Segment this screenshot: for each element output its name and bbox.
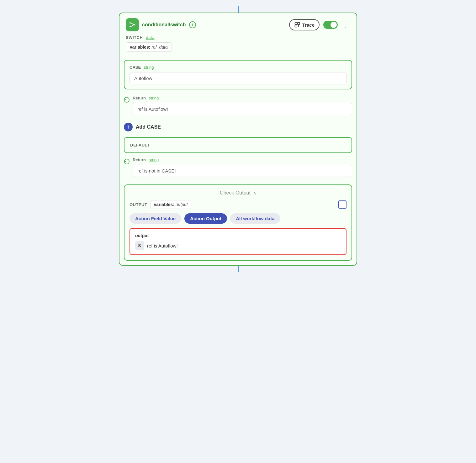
connector-line-top	[238, 6, 239, 13]
check-output-header: Check Output ∧	[130, 190, 346, 196]
return-default-type-tag: string	[149, 157, 159, 162]
check-output-section: Check Output ∧ OUTPUT variables: output …	[124, 184, 352, 261]
return-case-row: Return string	[119, 93, 357, 118]
return-default-content: Return string	[133, 157, 352, 177]
case-block: CASE string	[124, 60, 352, 89]
add-case-row[interactable]: + Add CASE	[119, 118, 357, 136]
switch-var-value: ref_data	[151, 45, 167, 50]
output-var-value: output	[176, 202, 188, 207]
return-case-content: Return string	[133, 96, 352, 115]
svg-line-4	[131, 25, 134, 27]
toggle-switch[interactable]	[323, 21, 338, 29]
return-case-label: Return string	[133, 96, 352, 100]
svg-point-2	[134, 24, 135, 25]
case-value-input[interactable]	[130, 72, 346, 84]
s-badge: S	[135, 241, 144, 250]
default-block: DEFAULT	[124, 137, 352, 153]
output-row: OUTPUT variables: output	[130, 200, 346, 209]
app-icon	[126, 18, 139, 31]
tab-action-field-value[interactable]: Action Field Value	[130, 213, 181, 224]
return-case-input[interactable]	[133, 103, 352, 115]
svg-line-3	[131, 23, 134, 25]
output-value-text: ref is Autoflow!	[147, 243, 178, 248]
return-case-connector	[124, 97, 130, 103]
svg-point-1	[130, 26, 131, 27]
check-output-title: Check Output	[220, 190, 251, 196]
card-header: conditional/switch i Trace ⋮	[119, 13, 357, 35]
tab-buttons: Action Field Value Action Output All wor…	[130, 213, 346, 224]
tab-action-output[interactable]: Action Output	[184, 213, 227, 224]
output-result-area: output S ref is Autoflow!	[130, 228, 346, 255]
return-case-type-tag: string	[149, 96, 159, 100]
svg-rect-6	[298, 23, 300, 25]
trace-button[interactable]: Trace	[289, 19, 320, 30]
svg-rect-7	[295, 25, 297, 27]
output-var-label: variables:	[154, 202, 174, 207]
case-type-tag: string	[144, 65, 154, 70]
switch-var-label: variables:	[130, 45, 150, 50]
output-value-row: S ref is Autoflow!	[135, 241, 341, 250]
output-left: OUTPUT variables: output	[130, 200, 191, 209]
default-label: DEFAULT	[130, 143, 346, 147]
switch-label: SWITCH data	[126, 35, 350, 40]
header-right: Trace ⋮	[289, 19, 350, 30]
main-card: conditional/switch i Trace ⋮	[119, 13, 357, 266]
svg-point-0	[130, 22, 131, 24]
add-case-label: Add CASE	[136, 124, 161, 130]
add-case-button[interactable]: +	[124, 123, 133, 131]
output-var-pill: variables: output	[150, 200, 191, 209]
conditional-switch-icon	[129, 21, 136, 29]
return-default-row: Return string	[119, 154, 357, 180]
switch-variable-pill: variables: ref_data	[126, 42, 172, 52]
connector-dot-default	[124, 159, 130, 164]
card-title[interactable]: conditional/switch	[142, 22, 186, 28]
case-label: CASE string	[130, 65, 346, 70]
trace-icon	[294, 22, 300, 28]
header-left: conditional/switch i	[126, 18, 196, 31]
trace-label: Trace	[302, 22, 315, 28]
svg-rect-5	[295, 23, 297, 25]
switch-section: SWITCH data variables: ref_data	[119, 35, 357, 57]
more-menu[interactable]: ⋮	[341, 20, 350, 30]
switch-type-tag: data	[146, 35, 154, 40]
connector-dot-case	[124, 97, 130, 103]
return-default-connector	[124, 159, 130, 164]
return-default-label: Return string	[133, 157, 352, 162]
chevron-up-icon[interactable]: ∧	[253, 190, 256, 195]
output-checkbox[interactable]	[338, 200, 346, 209]
return-default-input[interactable]	[133, 165, 352, 177]
output-label-text: OUTPUT	[130, 202, 147, 207]
output-key: output	[135, 233, 341, 238]
info-icon[interactable]: i	[189, 21, 196, 28]
connector-line-bottom	[238, 266, 239, 272]
tab-all-workflow-data[interactable]: All workflow data	[230, 213, 280, 224]
